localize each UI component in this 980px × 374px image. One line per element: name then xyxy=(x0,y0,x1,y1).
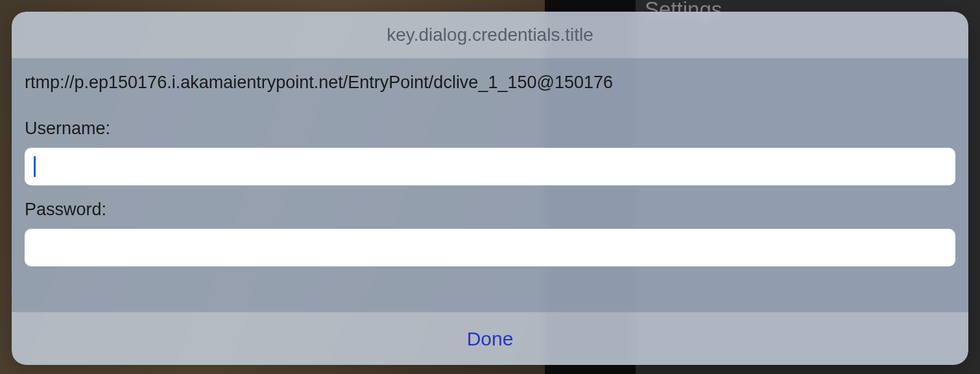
credentials-dialog: key.dialog.credentials.title rtmp://p.ep… xyxy=(12,12,968,365)
dialog-title: key.dialog.credentials.title xyxy=(387,25,593,45)
username-label: Username: xyxy=(25,119,955,139)
username-input[interactable] xyxy=(25,148,955,185)
password-label: Password: xyxy=(25,200,955,220)
password-input[interactable] xyxy=(25,229,955,266)
dialog-header: key.dialog.credentials.title xyxy=(12,12,968,58)
dialog-footer: Done xyxy=(12,312,968,365)
rtmp-url-text: rtmp://p.ep150176.i.akamaientrypoint.net… xyxy=(25,73,955,93)
done-button[interactable]: Done xyxy=(12,312,968,365)
dialog-body: rtmp://p.ep150176.i.akamaientrypoint.net… xyxy=(12,58,968,312)
